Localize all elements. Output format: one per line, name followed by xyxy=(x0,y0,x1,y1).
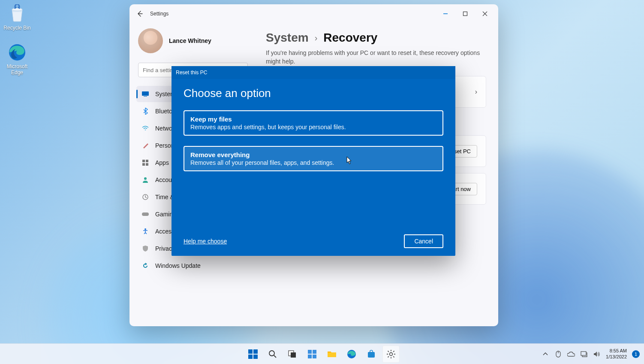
clock-icon xyxy=(141,193,149,201)
widgets-button[interactable] xyxy=(304,346,321,363)
svg-rect-8 xyxy=(142,163,145,166)
task-view-button[interactable] xyxy=(284,346,301,363)
svg-rect-22 xyxy=(308,350,312,354)
option-desc: Removes apps and settings, but keeps you… xyxy=(190,124,436,130)
option-desc: Removes all of your personal files, apps… xyxy=(190,159,436,166)
close-button[interactable] xyxy=(475,7,495,21)
store-button[interactable] xyxy=(363,346,380,363)
breadcrumb-system[interactable]: System xyxy=(266,31,309,45)
svg-point-28 xyxy=(390,352,393,355)
svg-rect-3 xyxy=(463,12,467,16)
bluetooth-icon xyxy=(141,107,149,115)
task-view-icon xyxy=(288,350,297,358)
settings-button[interactable] xyxy=(382,346,400,363)
svg-rect-14 xyxy=(248,349,253,354)
svg-point-10 xyxy=(144,177,147,180)
widgets-icon xyxy=(308,350,316,358)
dialog-title: Reset this PC xyxy=(172,66,455,79)
svg-rect-9 xyxy=(146,163,148,166)
update-icon xyxy=(141,262,149,270)
svg-rect-23 xyxy=(313,350,316,354)
tray-date: 1/13/2022 xyxy=(606,354,627,360)
edge-button[interactable] xyxy=(343,346,360,363)
svg-rect-24 xyxy=(308,355,312,358)
tray-onedrive-icon[interactable] xyxy=(567,350,575,358)
tray-network-icon[interactable] xyxy=(580,350,588,358)
svg-rect-27 xyxy=(368,352,375,358)
folder-icon xyxy=(327,350,337,358)
search-icon xyxy=(268,350,277,358)
chevron-up-icon xyxy=(543,352,548,356)
svg-rect-25 xyxy=(313,355,316,358)
notification-count: 1 xyxy=(635,352,637,357)
avatar xyxy=(138,28,163,53)
edge-icon xyxy=(8,43,27,62)
svg-rect-4 xyxy=(142,91,149,96)
windows-icon xyxy=(248,349,258,359)
back-button[interactable] xyxy=(133,7,147,21)
tray-overflow-button[interactable] xyxy=(542,350,549,358)
svg-rect-5 xyxy=(144,96,147,97)
cancel-button[interactable]: Cancel xyxy=(404,234,443,248)
store-icon xyxy=(367,350,376,358)
taskbar: 8:55 AM 1/13/2022 1 xyxy=(0,343,644,364)
svg-rect-16 xyxy=(248,355,253,359)
start-button[interactable] xyxy=(244,346,262,363)
chevron-right-icon: › xyxy=(315,33,318,43)
tray-time: 8:55 AM xyxy=(606,348,627,354)
accessibility-icon xyxy=(141,228,149,235)
sidebar-item-update[interactable]: Windows Update xyxy=(136,258,252,274)
svg-point-0 xyxy=(12,8,22,11)
brush-icon xyxy=(141,142,149,149)
svg-rect-15 xyxy=(253,349,258,354)
option-title: Remove everything xyxy=(190,151,436,158)
sidebar-item-label: Apps xyxy=(155,159,169,166)
person-icon xyxy=(141,176,149,184)
notifications-button[interactable]: 1 xyxy=(632,350,640,358)
window-title: Settings xyxy=(150,11,169,17)
wifi-icon xyxy=(141,124,149,132)
search-button[interactable] xyxy=(264,346,281,363)
svg-line-19 xyxy=(274,355,276,358)
desktop-icon-label: Microsoft Edge xyxy=(1,64,33,76)
edge-icon xyxy=(347,349,356,359)
tray-clock[interactable]: 8:55 AM 1/13/2022 xyxy=(606,348,627,359)
gaming-icon xyxy=(141,210,149,218)
system-tray: 8:55 AM 1/13/2022 1 xyxy=(542,348,644,359)
shield-icon xyxy=(141,245,149,252)
apps-icon xyxy=(141,159,149,167)
desktop-icon-label: Recycle Bin xyxy=(1,25,33,31)
desktop-icon-recycle-bin[interactable]: Recycle Bin xyxy=(1,4,33,31)
explorer-button[interactable] xyxy=(323,346,340,363)
svg-rect-12 xyxy=(142,212,149,216)
recycle-bin-icon xyxy=(8,4,27,23)
svg-rect-21 xyxy=(291,352,296,358)
page-title: Recovery xyxy=(323,31,377,45)
system-icon xyxy=(141,90,149,98)
svg-rect-31 xyxy=(581,352,586,355)
tray-mouse-icon[interactable] xyxy=(554,350,562,358)
svg-point-18 xyxy=(269,351,274,356)
svg-rect-17 xyxy=(253,355,258,359)
tray-volume-icon[interactable] xyxy=(593,350,601,358)
desktop-icon-edge[interactable]: Microsoft Edge xyxy=(1,43,33,76)
svg-rect-7 xyxy=(146,160,148,162)
titlebar: Settings xyxy=(129,4,498,23)
option-remove-everything[interactable]: Remove everything Removes all of your pe… xyxy=(184,146,443,171)
arrow-left-icon xyxy=(136,10,143,17)
page-description: If you're having problems with your PC o… xyxy=(266,49,480,66)
dialog-heading: Choose an option xyxy=(184,87,443,100)
help-link[interactable]: Help me choose xyxy=(184,238,227,245)
svg-point-13 xyxy=(144,228,146,230)
maximize-button[interactable] xyxy=(455,7,475,21)
breadcrumb: System › Recovery xyxy=(266,31,486,45)
gear-icon xyxy=(386,349,396,359)
sidebar-item-label: Windows Update xyxy=(155,262,201,269)
profile[interactable]: Lance Whitney xyxy=(136,28,252,53)
option-title: Keep my files xyxy=(190,115,436,123)
reset-pc-dialog: Reset this PC Choose an option Keep my f… xyxy=(172,66,455,256)
option-keep-files[interactable]: Keep my files Removes apps and settings,… xyxy=(184,110,443,136)
minimize-button[interactable] xyxy=(436,7,455,21)
profile-name: Lance Whitney xyxy=(169,37,211,44)
svg-rect-6 xyxy=(142,160,145,162)
